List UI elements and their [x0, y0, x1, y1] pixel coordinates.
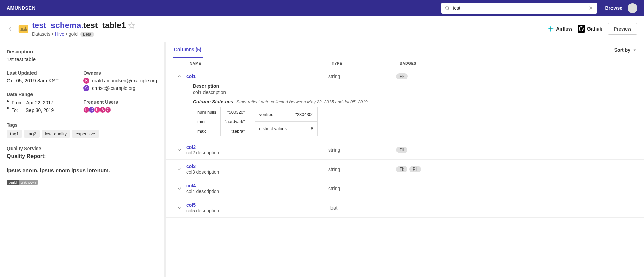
column-row: col5 col5 description float — [166, 198, 644, 218]
breadcrumb-db-link[interactable]: Hive — [55, 31, 64, 37]
schema-name[interactable]: test_schema. — [32, 21, 83, 30]
search-icon — [445, 5, 450, 11]
owner-avatar: R — [83, 78, 89, 84]
description-label: Description — [7, 49, 157, 54]
description-value: 1st test table — [7, 56, 157, 62]
svg-point-6 — [550, 28, 551, 29]
svg-rect-4 — [19, 25, 28, 33]
github-link[interactable]: Github — [578, 25, 602, 33]
sort-by-dropdown[interactable]: Sort by — [614, 42, 637, 57]
column-stats-table-right: verified"230430"distinct values8 — [255, 107, 317, 136]
page-header: test_schema.test_table1 Datasets • Hive … — [0, 16, 644, 42]
expand-column-icon[interactable] — [173, 166, 186, 172]
column-desc-inline: col5 description — [186, 208, 328, 213]
date-to-value: Sep 30, 2019 — [26, 107, 54, 113]
svg-rect-7 — [578, 25, 585, 33]
column-table-header: NAME TYPE BADGES — [166, 58, 644, 69]
column-stats-title: Column Statistics — [193, 99, 233, 104]
tag-chip[interactable]: tag1 — [7, 130, 22, 138]
column-stats-note: Stats reflect data collected between May… — [236, 99, 369, 104]
top-navbar: AMUNDSEN Browse — [0, 0, 644, 16]
search-input[interactable] — [441, 3, 597, 14]
column-name-link[interactable]: col1 — [186, 74, 328, 79]
airflow-link[interactable]: Airflow — [547, 25, 572, 33]
back-chevron-icon[interactable] — [7, 25, 14, 32]
preview-button[interactable]: Preview — [608, 23, 637, 35]
table-name: test_table1 — [83, 21, 126, 30]
tab-columns[interactable]: Columns (5) — [173, 42, 203, 58]
expand-column-icon[interactable] — [173, 74, 186, 79]
column-badge: Fk — [396, 166, 407, 172]
column-row: col2 col2 description string Pii — [166, 140, 644, 160]
expand-column-icon[interactable] — [173, 205, 186, 211]
github-icon — [578, 25, 585, 33]
column-type: float — [328, 205, 396, 211]
owner-row[interactable]: Cchrisc@example.org — [83, 85, 157, 91]
column-badge: Pk — [396, 73, 408, 79]
column-row: col1 string Pk Description col1 descript… — [166, 69, 644, 140]
svg-marker-8 — [634, 49, 636, 50]
left-panel: Description 1st test table Last Updated … — [0, 42, 166, 277]
column-type: string — [328, 147, 396, 153]
airflow-icon — [547, 25, 554, 33]
owner-email: roald.amundsen@example.org — [92, 78, 157, 83]
column-type: string — [328, 166, 396, 172]
column-badge: Pii — [409, 166, 421, 172]
tag-chip[interactable]: tag2 — [24, 130, 39, 138]
last-updated-label: Last Updated — [7, 70, 75, 76]
column-desc-inline: col4 description — [186, 189, 328, 194]
column-name-link[interactable]: col4 — [186, 183, 328, 189]
date-range-markers-icon — [7, 99, 9, 109]
brand-logo[interactable]: AMUNDSEN — [7, 5, 36, 11]
svg-marker-5 — [129, 23, 135, 28]
column-name-link[interactable]: col2 — [186, 144, 328, 150]
frequent-users-label: Frequent Users — [83, 99, 157, 105]
date-from-value: Apr 22, 2017 — [26, 100, 53, 105]
tag-chip[interactable]: expensive — [72, 130, 99, 138]
date-range-label: Date Range — [7, 92, 75, 97]
build-badge: buildunknown — [7, 180, 38, 185]
right-panel: Columns (5) Sort by NAME TYPE BADGES col… — [166, 42, 644, 277]
owners-label: Owners — [83, 70, 157, 76]
column-type: string — [328, 74, 396, 79]
frequent-user-avatar[interactable]: G — [105, 107, 111, 113]
last-updated-value: Oct 05, 2019 8am KST — [7, 78, 75, 83]
column-name-link[interactable]: col5 — [186, 202, 328, 208]
column-desc-inline: col2 description — [186, 150, 328, 155]
svg-point-0 — [446, 6, 449, 9]
owner-email: chrisc@example.org — [92, 85, 135, 91]
column-name-link[interactable]: col3 — [186, 164, 328, 169]
quality-service-label: Quality Service — [7, 146, 157, 151]
column-row: col3 col3 description string FkPii — [166, 160, 644, 179]
breadcrumb: Datasets • Hive • gold Beta — [32, 31, 547, 37]
tag-chip[interactable]: low_quality — [42, 130, 70, 138]
column-desc-value: col1 description — [193, 90, 637, 95]
quality-report-title: Quality Report: — [7, 153, 157, 159]
column-desc-label: Description — [193, 83, 637, 89]
tags-label: Tags — [7, 122, 157, 128]
hive-icon — [18, 23, 29, 35]
clear-search-icon[interactable] — [588, 5, 594, 11]
expand-column-icon[interactable] — [173, 186, 186, 191]
column-stats-table-left: num nulls"500320"min"aardvark"max"zebra" — [193, 107, 249, 136]
expand-column-icon[interactable] — [173, 147, 186, 153]
svg-line-1 — [448, 9, 449, 10]
column-type: string — [328, 186, 396, 191]
favorite-star-icon[interactable] — [128, 22, 135, 29]
column-row: col4 col4 description string — [166, 179, 644, 198]
beta-badge: Beta — [80, 32, 94, 37]
owner-row[interactable]: Rroald.amundsen@example.org — [83, 78, 157, 84]
chevron-down-icon — [632, 47, 637, 53]
owner-avatar: C — [83, 85, 89, 91]
quality-report-body: Ipsus enom. Ipsus enom ipsus lorenum. — [7, 167, 157, 174]
user-avatar[interactable] — [628, 3, 637, 13]
search-wrapper — [441, 3, 597, 14]
column-badge: Pii — [396, 147, 407, 153]
browse-link[interactable]: Browse — [605, 5, 622, 11]
column-desc-inline: col3 description — [186, 169, 328, 175]
